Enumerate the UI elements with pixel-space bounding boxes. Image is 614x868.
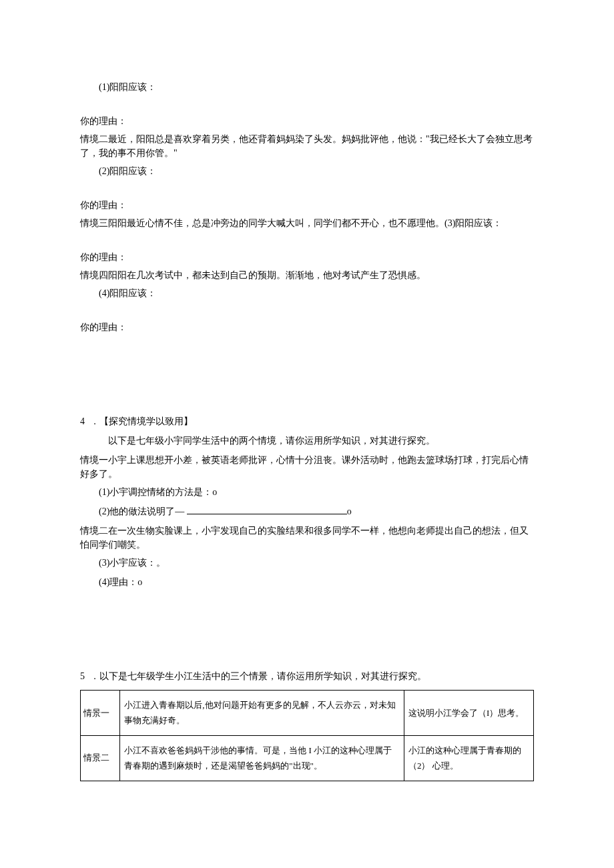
q3-item1-reason-label: 你的理由：: [80, 114, 534, 128]
blank-fill-line[interactable]: [187, 505, 347, 514]
q5-row2-label: 情景二: [81, 735, 120, 781]
q5-row1-desc: 小江进入青春期以后,他对问题开始有更多的见解，不人云亦云，对未知事物充满好奇。: [120, 691, 404, 736]
q3-item3-reason-label: 你的理由：: [80, 250, 534, 264]
q5-row1-label: 情景一: [81, 691, 120, 736]
q5-intro-text: ．以下是七年级学生小江生活中的三个情景，请你运用所学知识，对其进行探究。: [90, 671, 426, 681]
q5-row2-desc: 小江不喜欢爸爸妈妈干涉他的事情。可是，当他 I 小江的这种心理属于青春期的遇到麻…: [120, 735, 404, 781]
q3-item1-prompt: (1)阳阳应该：: [80, 80, 534, 94]
q3-scenario3: 情境三阳阳最近心情不佳，总是冲旁边的同学大喊大叫，同学们都不开心，也不愿理他。(…: [80, 216, 534, 230]
q3-scenario2: 情境二最近，阳阳总是喜欢穿着另类，他还背着妈妈染了头发。妈妈批评他，他说："我已…: [80, 132, 534, 160]
q4-intro: 以下是七年级小宇同学生活中的两个情境，请你运用所学知识，对其进行探究。: [80, 434, 534, 448]
q5-number: 5: [80, 669, 85, 683]
table-row: 情景二 小江不喜欢爸爸妈妈干涉他的事情。可是，当他 I 小江的这种心理属于青春期…: [81, 735, 534, 781]
question-4-block: 4．【探究情境学以致用】 以下是七年级小宇同学生活中的两个情境，请你运用所学知识…: [80, 414, 534, 589]
q3-item4-reason-label: 你的理由：: [80, 320, 534, 334]
q4-heading: 4．【探究情境学以致用】: [80, 414, 534, 428]
q3-item4-prompt: (4)阳阳应该：: [80, 286, 534, 300]
q5-row1-conclusion: 这说明小江学会了（I）思考。: [404, 691, 533, 736]
q4-title: ．【探究情境学以致用】: [90, 416, 193, 426]
q3-scenario4: 情境四阳阳在几次考试中，都未达到自己的预期。渐渐地，他对考试产生了恐惧感。: [80, 268, 534, 282]
q5-row2-conclusion: 小江的这种心理属于青春期的（2） 心理。: [404, 735, 533, 781]
question-3-block: (1)阳阳应该： 你的理由： 情境二最近，阳阳总是喜欢穿着另类，他还背着妈妈染了…: [80, 80, 534, 334]
q4-number: 4: [80, 414, 85, 428]
question-5-block: 5．以下是七年级学生小江生活中的三个情景，请你运用所学知识，对其进行探究。 情景…: [80, 669, 534, 781]
q4-sub2: (2)他的做法说明了— o: [80, 504, 534, 518]
q4-scenario1: 情境一小宇上课思想开小差，被英语老师批评，心情十分沮丧。课外活动时，他跑去篮球场…: [80, 453, 534, 481]
q4-sub2-prefix: (2)他的做法说明了—: [99, 506, 187, 516]
q4-sub2-suffix: o: [347, 506, 352, 516]
q4-sub1: (1)小宇调控情绪的方法是：o: [80, 485, 534, 499]
q5-table: 情景一 小江进入青春期以后,他对问题开始有更多的见解，不人云亦云，对未知事物充满…: [80, 690, 534, 781]
q3-item2-reason-label: 你的理由：: [80, 198, 534, 212]
q4-sub3: (3)小宇应该：。: [80, 556, 534, 570]
q5-heading: 5．以下是七年级学生小江生活中的三个情景，请你运用所学知识，对其进行探究。: [80, 669, 534, 683]
q4-scenario2: 情境二在一次生物实脸课上，小宇发现自己的实脸结果和很多同学不一样，他想向老师提出…: [80, 524, 534, 552]
q3-item2-prompt: (2)阳阳应该：: [80, 164, 534, 178]
q4-sub4: (4)理由：o: [80, 575, 534, 589]
table-row: 情景一 小江进入青春期以后,他对问题开始有更多的见解，不人云亦云，对未知事物充满…: [81, 691, 534, 736]
